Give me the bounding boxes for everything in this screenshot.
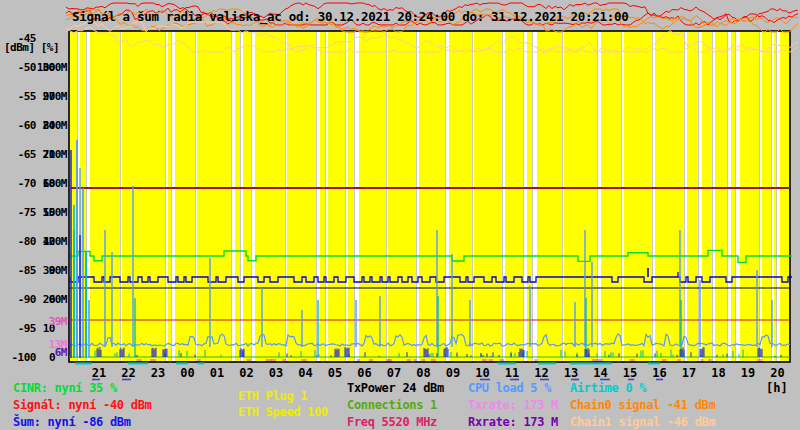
x-tick-hour: 14 xyxy=(590,366,612,380)
x-tick-hour: 03 xyxy=(265,366,287,380)
x-tick-hour: 02 xyxy=(236,366,258,380)
legend-entry: CINR: nyní 35 % xyxy=(13,381,117,395)
legend-entry: Connections 1 xyxy=(347,398,437,412)
graph-page: Signál a šum radia valiska_ac od: 30.12.… xyxy=(0,0,800,430)
legend-entry: TxPower 24 dBm xyxy=(347,381,444,395)
x-tick-hour: 04 xyxy=(295,366,317,380)
x-tick-hour: 11 xyxy=(501,366,523,380)
legend-entry: Txrate: 173 M xyxy=(468,398,558,412)
x-tick-hour: 01 xyxy=(206,366,228,380)
x-tick-hour: 20 xyxy=(767,366,789,380)
legend-entry: Freq 5520 MHz xyxy=(347,415,437,429)
x-tick-hour: 09 xyxy=(442,366,464,380)
y-tick-rate: 210M xyxy=(31,148,67,161)
x-tick-hour: 22 xyxy=(118,366,140,380)
y-rate-mark-label: 6M xyxy=(31,346,67,359)
x-tick-hour: 19 xyxy=(737,366,759,380)
y-tick-rate: 180M xyxy=(31,177,67,190)
y-rate-mark-label: 39M xyxy=(31,315,67,328)
x-tick-hour: 23 xyxy=(147,366,169,380)
y-tick-rate: 240M xyxy=(31,119,67,132)
legend-entry: CPU load 5 % xyxy=(468,381,551,395)
x-tick-hour: 12 xyxy=(531,366,553,380)
legend-entry: Rxrate: 173 M xyxy=(468,415,558,429)
legend-entry: Signál: nyní -40 dBm xyxy=(13,398,152,412)
y-tick-rate: 120M xyxy=(31,235,67,248)
legend-entry: Chain1 signal -46 dBm xyxy=(570,415,715,429)
legend-entry: Airtime 0 % xyxy=(570,381,646,395)
y-tick-rate: 300M xyxy=(31,61,67,74)
x-tick-hour: 18 xyxy=(708,366,730,380)
x-tick-hour: 15 xyxy=(619,366,641,380)
x-tick-hour: 06 xyxy=(354,366,376,380)
x-axis-unit-label: [h] xyxy=(766,381,788,395)
y-axis-units-header: [dBm] [%] xyxy=(4,41,59,54)
y-tick-rate: 60M xyxy=(31,293,67,306)
legend-entry: ETH Plug 1 xyxy=(238,389,307,403)
x-tick-hour: 07 xyxy=(383,366,405,380)
x-tick-hour: 13 xyxy=(560,366,582,380)
y-tick-rate: 270M xyxy=(31,90,67,103)
x-tick-hour: 10 xyxy=(472,366,494,380)
x-tick-hour: 05 xyxy=(324,366,346,380)
x-tick-hour: 08 xyxy=(413,366,435,380)
x-tick-hour: 21 xyxy=(88,366,110,380)
legend-entry: Šum: nyní -86 dBm xyxy=(13,415,131,429)
legend-entry: Chain0 signal -41 dBm xyxy=(570,398,715,412)
x-tick-hour: 00 xyxy=(177,366,199,380)
y-tick-rate: 90M xyxy=(31,264,67,277)
graph-title: Signál a šum radia valiska_ac od: 30.12.… xyxy=(72,9,628,24)
x-tick-hour: 16 xyxy=(649,366,671,380)
x-tick-hour: 17 xyxy=(678,366,700,380)
y-tick-rate: 150M xyxy=(31,206,67,219)
legend-entry: ETH Speed 100 xyxy=(238,405,328,419)
